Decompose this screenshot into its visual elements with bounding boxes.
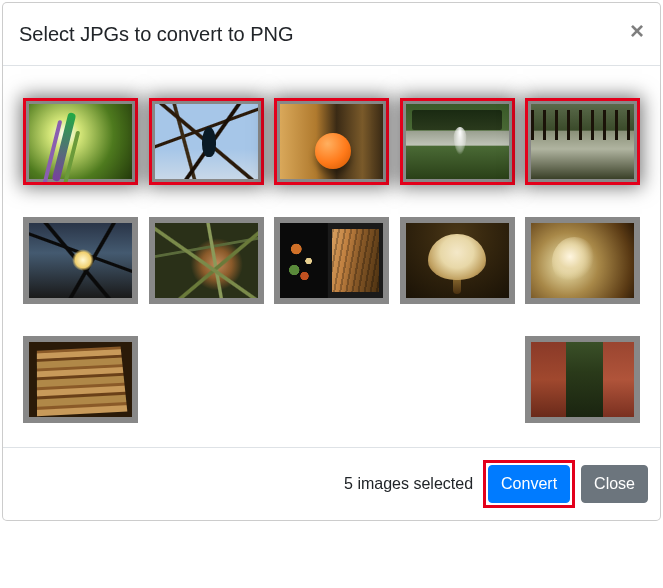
thumb-bird-branches[interactable]	[149, 98, 264, 185]
tutorial-highlight: Convert	[483, 460, 575, 508]
thumbnail-image	[155, 223, 258, 298]
thumbnail-image	[280, 104, 383, 179]
convert-button[interactable]: Convert	[488, 465, 570, 503]
thumbnail-image	[406, 104, 509, 179]
thumb-park-trees[interactable]	[525, 98, 640, 185]
thumb-wood-stack[interactable]	[23, 336, 138, 423]
thumbnail-image	[29, 223, 132, 298]
thumbnail-image	[531, 104, 634, 179]
thumbnail-image	[406, 223, 509, 298]
modal-body	[3, 66, 660, 447]
thumbnail-grid	[23, 98, 640, 423]
thumb-grass-closeup[interactable]	[149, 217, 264, 304]
modal-footer: 5 images selected Convert Close	[3, 447, 660, 520]
thumbnail-image	[155, 104, 258, 179]
thumb-lizard-post[interactable]	[525, 336, 640, 423]
thumb-purple-flower[interactable]	[23, 98, 138, 185]
thumb-fountain-pond[interactable]	[400, 98, 515, 185]
thumb-food-plate[interactable]	[274, 217, 389, 304]
modal-dialog: Select JPGs to convert to PNG × 5 images…	[2, 2, 661, 521]
thumbnail-image	[531, 223, 634, 298]
thumbnail-image	[531, 342, 634, 417]
modal-header: Select JPGs to convert to PNG ×	[3, 3, 660, 66]
thumbnail-image	[29, 342, 132, 417]
thumbnail-image	[29, 104, 132, 179]
thumb-pendant-lamp[interactable]	[400, 217, 515, 304]
modal-title: Select JPGs to convert to PNG	[19, 19, 294, 49]
selection-status: 5 images selected	[344, 475, 473, 493]
close-icon[interactable]: ×	[622, 15, 652, 47]
thumb-orange-fruit[interactable]	[274, 98, 389, 185]
thumb-bannister-knob[interactable]	[525, 217, 640, 304]
thumb-sun-branches[interactable]	[23, 217, 138, 304]
close-button[interactable]: Close	[581, 465, 648, 503]
thumbnail-image	[280, 223, 383, 298]
